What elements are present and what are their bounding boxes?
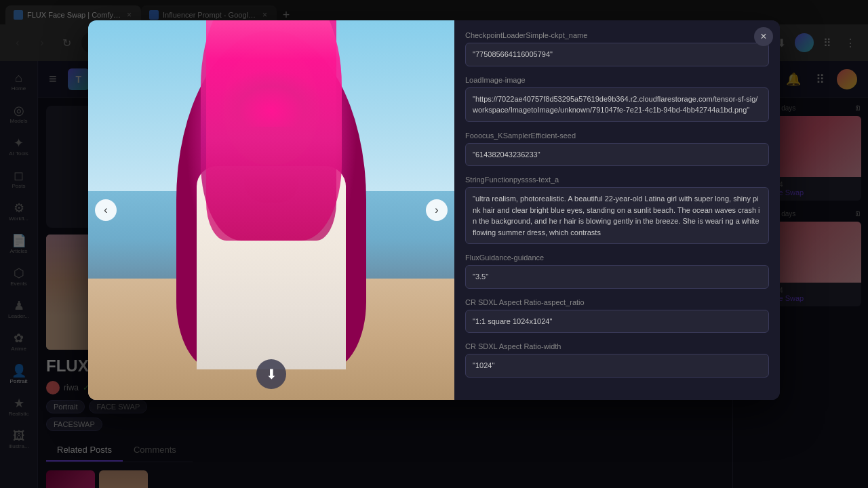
image-scene	[88, 20, 454, 400]
param-seed: Fooocus_KSamplerEfficient-seed "61438204…	[465, 131, 769, 167]
checkpoint-value[interactable]: "775085664116005794"	[465, 43, 769, 66]
chevron-right-icon: ›	[435, 204, 438, 216]
text-label: StringFunctionpyssss-text_a	[465, 176, 769, 184]
chevron-left-icon: ‹	[104, 204, 107, 216]
param-guidance: FluxGuidance-guidance "3.5"	[465, 253, 769, 289]
param-load-image: LoadImage-image "https://7022ae40757f8d5…	[465, 76, 769, 122]
param-checkpoint: CheckpointLoaderSimple-ckpt_name "775085…	[465, 31, 769, 66]
modal-container: ×	[88, 20, 780, 400]
seed-value[interactable]: "614382043236233"	[465, 143, 769, 167]
aspect-ratio-value[interactable]: "1:1 square 1024x1024"	[465, 310, 769, 333]
load-image-value[interactable]: "https://7022ae40757f8d53295a57619de9b36…	[465, 87, 769, 122]
modal-close-button[interactable]: ×	[754, 27, 773, 46]
text-value[interactable]: "ultra realism, photorealistic. A beauti…	[465, 187, 769, 244]
width-value[interactable]: "1024"	[465, 354, 769, 378]
download-icon: ⬇	[266, 366, 277, 382]
load-image-label: LoadImage-image	[465, 76, 769, 84]
param-text: StringFunctionpyssss-text_a "ultra reali…	[465, 176, 769, 244]
modal-next-button[interactable]: ›	[426, 199, 448, 221]
param-aspect-ratio: CR SDXL Aspect Ratio-aspect_ratio "1:1 s…	[465, 298, 769, 333]
modal-image-panel: ‹ › ⬇	[88, 20, 454, 400]
modal-prev-button[interactable]: ‹	[95, 199, 117, 221]
close-icon: ×	[760, 30, 766, 43]
aspect-ratio-label: CR SDXL Aspect Ratio-aspect_ratio	[465, 298, 769, 306]
param-width: CR SDXL Aspect Ratio-width "1024"	[465, 342, 769, 378]
checkpoint-label: CheckpointLoaderSimple-ckpt_name	[465, 31, 769, 39]
guidance-value[interactable]: "3.5"	[465, 265, 769, 289]
modal-overlay[interactable]: ×	[0, 0, 868, 488]
guidance-label: FluxGuidance-guidance	[465, 253, 769, 262]
image-download-button[interactable]: ⬇	[256, 359, 286, 389]
width-label: CR SDXL Aspect Ratio-width	[465, 342, 769, 350]
seed-label: Fooocus_KSamplerEfficient-seed	[465, 131, 769, 140]
modal-params-panel: CheckpointLoaderSimple-ckpt_name "775085…	[454, 20, 780, 400]
hair-top	[217, 45, 326, 127]
